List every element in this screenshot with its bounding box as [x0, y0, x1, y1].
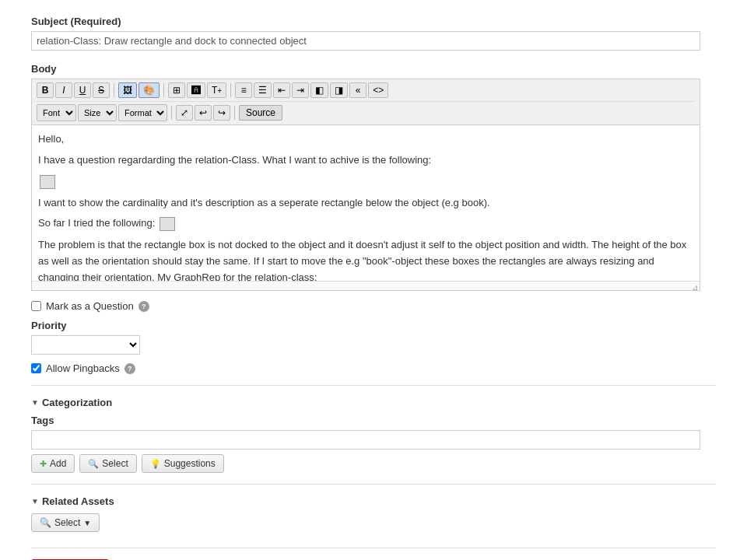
text-line-4: I want to show the cardinality and it's … — [38, 195, 693, 212]
undo-button[interactable]: ↩ — [195, 105, 212, 121]
divider-1 — [31, 385, 716, 386]
underline-button[interactable]: U — [74, 82, 91, 98]
select-tag-button[interactable]: 🔍 Select — [79, 454, 136, 473]
indent-left-button[interactable]: ⇤ — [273, 82, 290, 98]
text-line-5: So far I tried the following: — [38, 215, 693, 233]
tags-label: Tags — [31, 415, 716, 426]
font-select[interactable]: Font — [37, 104, 76, 121]
mark-question-label: Mark as a Question — [46, 300, 134, 312]
categorization-label: Categorization — [42, 397, 112, 408]
color-button[interactable]: 🅰 — [187, 82, 205, 98]
bulb-icon: 💡 — [150, 459, 161, 469]
toolbar-separator-5 — [234, 106, 235, 120]
toolbar-row-1: B I U S 🖼 🎨 ⊞ 🅰 T+ ≡ ☰ ⇤ — [37, 82, 695, 98]
related-assets-section: ▼ Related Assets 🔍 Select ▼ — [31, 495, 716, 532]
italic-button[interactable]: I — [55, 82, 72, 98]
editor-text: Hello, I have a question regardarding th… — [38, 131, 693, 281]
align-right-button[interactable]: ◨ — [330, 82, 348, 98]
image-button[interactable]: 🖼 — [118, 82, 137, 98]
categorization-section: ▼ Categorization Tags ✚ Add 🔍 Select 💡 S… — [31, 397, 716, 473]
image2-button[interactable]: 🎨 — [139, 82, 160, 98]
page-container: Subject (Required) Body B I U S 🖼 🎨 — [0, 0, 747, 560]
tags-section: Tags ✚ Add 🔍 Select 💡 Suggestions — [31, 415, 716, 473]
suggestions-label: Suggestions — [164, 458, 216, 469]
align-left-button[interactable]: ◧ — [310, 82, 328, 98]
redo-button[interactable]: ↪ — [213, 105, 230, 121]
related-assets-label: Related Assets — [42, 495, 114, 507]
font-size-button[interactable]: T+ — [207, 82, 226, 98]
editor-resize-handle[interactable]: ⊿ — [32, 281, 700, 290]
categorization-header[interactable]: ▼ Categorization — [31, 397, 716, 408]
search-icon-2: 🔍 — [40, 517, 51, 528]
text-line-6: The problem is that the rectangle box is… — [38, 237, 693, 281]
unordered-list-button[interactable]: ☰ — [254, 82, 272, 98]
add-icon: ✚ — [40, 459, 47, 469]
divider-3 — [31, 548, 716, 548]
search-icon: 🔍 — [88, 459, 99, 469]
related-assets-header[interactable]: ▼ Related Assets — [31, 495, 716, 507]
toolbar-separator-2 — [163, 83, 164, 97]
subject-input[interactable] — [31, 31, 700, 51]
add-tag-button[interactable]: ✚ Add — [31, 454, 75, 473]
blockquote-button[interactable]: « — [349, 82, 366, 98]
size-select[interactable]: Size — [78, 104, 117, 121]
toolbar-separator-1 — [114, 83, 114, 97]
mark-question-help-icon[interactable]: ? — [139, 301, 149, 312]
related-assets-select-label: Select — [54, 517, 80, 528]
mark-question-row: Mark as a Question ? — [31, 300, 716, 312]
bold-button[interactable]: B — [37, 82, 54, 98]
code-button[interactable]: <> — [368, 82, 388, 98]
mark-question-checkbox[interactable] — [31, 301, 41, 311]
format-select[interactable]: Format — [118, 104, 167, 121]
text-line-3 — [38, 173, 693, 191]
related-assets-select-button[interactable]: 🔍 Select ▼ — [31, 513, 100, 532]
toolbar-separator-4 — [171, 106, 172, 120]
ordered-list-button[interactable]: ≡ — [235, 82, 252, 98]
expand-button[interactable]: ⤢ — [176, 105, 193, 121]
select-label: Select — [102, 458, 128, 469]
subject-section: Subject (Required) — [31, 16, 716, 51]
allow-pingbacks-label: Allow Pingbacks — [46, 362, 120, 374]
inline-image-2 — [160, 217, 175, 231]
source-button[interactable]: Source — [239, 105, 282, 121]
tags-buttons: ✚ Add 🔍 Select 💡 Suggestions — [31, 454, 716, 473]
allow-pingbacks-checkbox[interactable] — [31, 363, 41, 373]
editor-toolbar: B I U S 🖼 🎨 ⊞ 🅰 T+ ≡ ☰ ⇤ — [32, 79, 700, 125]
table-button[interactable]: ⊞ — [168, 82, 185, 98]
add-label: Add — [50, 458, 66, 469]
editor-wrapper: B I U S 🖼 🎨 ⊞ 🅰 T+ ≡ ☰ ⇤ — [31, 79, 700, 291]
text-line-2: I have a question regardarding the relat… — [38, 152, 693, 169]
allow-pingbacks-row: Allow Pingbacks ? — [31, 362, 716, 374]
indent-right-button[interactable]: ⇥ — [292, 82, 309, 98]
related-assets-triangle: ▼ — [31, 497, 39, 506]
priority-section: Priority Low Medium High — [31, 320, 716, 355]
tags-input[interactable] — [31, 430, 700, 450]
toolbar-row-2: Font Size Format ⤢ ↩ ↪ Source — [37, 101, 695, 121]
categorization-triangle: ▼ — [31, 398, 39, 407]
divider-2 — [31, 484, 716, 485]
editor-content[interactable]: Hello, I have a question regardarding th… — [32, 125, 700, 281]
inline-image-1 — [40, 175, 55, 189]
toolbar-separator-3 — [230, 83, 231, 97]
text-line-1: Hello, — [38, 131, 693, 148]
priority-select[interactable]: Low Medium High — [31, 335, 140, 355]
editor-outer: B I U S 🖼 🎨 ⊞ 🅰 T+ ≡ ☰ ⇤ — [31, 79, 700, 291]
body-label: Body — [31, 63, 716, 75]
allow-pingbacks-help-icon[interactable]: ? — [124, 363, 135, 374]
priority-label: Priority — [31, 320, 716, 331]
body-section: Body B I U S 🖼 🎨 ⊞ 🅰 T — [31, 63, 716, 291]
suggestions-button[interactable]: 💡 Suggestions — [142, 454, 224, 473]
subject-label: Subject (Required) — [31, 16, 716, 27]
strikethrough-button[interactable]: S — [93, 82, 110, 98]
dropdown-arrow-icon: ▼ — [83, 519, 91, 527]
